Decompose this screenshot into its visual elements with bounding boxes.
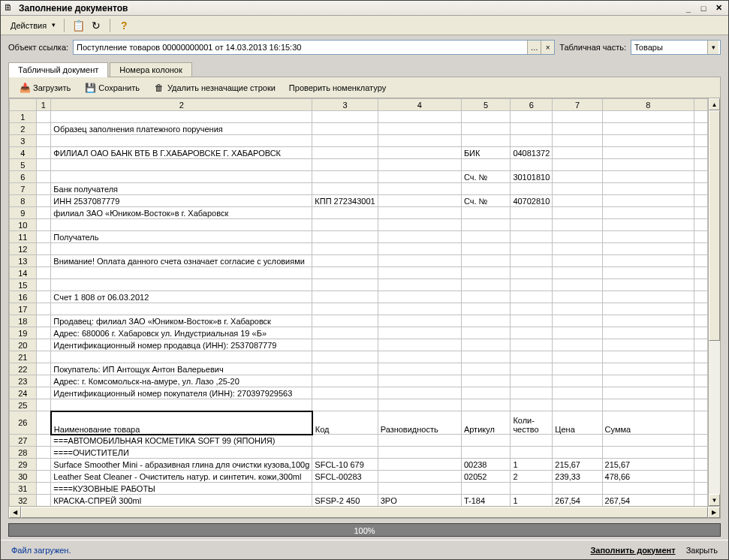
cell[interactable] bbox=[461, 351, 510, 363]
col-header[interactable] bbox=[694, 99, 708, 111]
cell[interactable] bbox=[378, 171, 461, 183]
cell[interactable]: 00238 bbox=[461, 459, 510, 471]
row-header[interactable]: 18 bbox=[10, 315, 37, 327]
cell[interactable] bbox=[36, 459, 51, 471]
cell[interactable] bbox=[602, 255, 694, 267]
cell[interactable] bbox=[694, 255, 708, 267]
cell[interactable] bbox=[511, 135, 553, 147]
cell[interactable] bbox=[36, 339, 51, 351]
cell[interactable] bbox=[312, 111, 378, 123]
cell[interactable]: SFCL-00283 bbox=[312, 471, 378, 483]
cell[interactable] bbox=[511, 351, 553, 363]
cell[interactable] bbox=[694, 447, 708, 459]
col-header[interactable]: 1 bbox=[36, 99, 51, 111]
cell[interactable]: Идентификационный номер покупателя (ИНН)… bbox=[51, 387, 312, 399]
cell[interactable] bbox=[553, 339, 602, 351]
cell[interactable]: 3PO bbox=[378, 495, 461, 507]
cell[interactable] bbox=[602, 363, 694, 375]
cell[interactable] bbox=[312, 339, 378, 351]
cell[interactable] bbox=[51, 171, 312, 183]
actions-dropdown[interactable]: Действия bbox=[5, 19, 58, 32]
cell[interactable] bbox=[378, 279, 461, 291]
cell[interactable] bbox=[511, 315, 553, 327]
cell[interactable] bbox=[36, 387, 51, 399]
cell[interactable] bbox=[312, 291, 378, 303]
zoom-bar[interactable]: 100% bbox=[8, 523, 721, 537]
cell[interactable] bbox=[511, 111, 553, 123]
cell[interactable] bbox=[553, 207, 602, 219]
row-header[interactable]: 15 bbox=[10, 279, 37, 291]
cell[interactable] bbox=[36, 279, 51, 291]
copy-icon[interactable]: 📋 bbox=[71, 18, 86, 33]
cell[interactable] bbox=[694, 243, 708, 255]
cell[interactable] bbox=[553, 435, 602, 447]
cell[interactable] bbox=[312, 351, 378, 363]
cell[interactable]: 267,54 bbox=[553, 495, 602, 507]
cell[interactable]: ====ОЧИСТИТЕЛИ bbox=[51, 447, 312, 459]
col-header[interactable]: 4 bbox=[378, 99, 461, 111]
scroll-left-icon[interactable]: ◀ bbox=[9, 507, 21, 518]
row-header[interactable]: 4 bbox=[10, 147, 37, 159]
cell[interactable] bbox=[36, 147, 51, 159]
cell[interactable] bbox=[312, 303, 378, 315]
cell[interactable] bbox=[511, 243, 553, 255]
scroll-track[interactable] bbox=[21, 507, 708, 518]
cell[interactable] bbox=[36, 243, 51, 255]
cell[interactable] bbox=[36, 351, 51, 363]
row-header[interactable]: 5 bbox=[10, 159, 37, 171]
cell[interactable] bbox=[312, 171, 378, 183]
cell[interactable] bbox=[694, 267, 708, 279]
load-button[interactable]: 📥Загрузить bbox=[15, 80, 74, 96]
cell[interactable] bbox=[36, 399, 51, 411]
cell[interactable]: Получатель bbox=[51, 231, 312, 243]
cell[interactable] bbox=[51, 279, 312, 291]
cell[interactable] bbox=[694, 279, 708, 291]
cell[interactable] bbox=[694, 363, 708, 375]
cell[interactable] bbox=[312, 147, 378, 159]
col-header[interactable]: 5 bbox=[461, 99, 510, 111]
cell[interactable] bbox=[694, 387, 708, 399]
cell[interactable] bbox=[312, 327, 378, 339]
cell[interactable] bbox=[36, 255, 51, 267]
cell[interactable]: БИК bbox=[461, 147, 510, 159]
cell[interactable]: Разновидность bbox=[378, 411, 461, 435]
cell[interactable] bbox=[694, 459, 708, 471]
row-header[interactable]: 24 bbox=[10, 387, 37, 399]
cell[interactable] bbox=[602, 435, 694, 447]
cell[interactable] bbox=[378, 459, 461, 471]
cell[interactable]: Покупатель: ИП Антощук Антон Валерьевич bbox=[51, 363, 312, 375]
corner-cell[interactable] bbox=[10, 99, 37, 111]
cell[interactable] bbox=[694, 123, 708, 135]
maximize-button[interactable]: □ bbox=[697, 2, 710, 14]
cell[interactable] bbox=[694, 207, 708, 219]
cell[interactable] bbox=[36, 123, 51, 135]
cell[interactable]: Идентификационный номер продавца (ИНН): … bbox=[51, 339, 312, 351]
cell[interactable]: Артикул bbox=[461, 411, 510, 435]
cell[interactable] bbox=[378, 471, 461, 483]
cell[interactable] bbox=[694, 303, 708, 315]
scroll-track[interactable] bbox=[709, 110, 720, 494]
row-header[interactable]: 27 bbox=[10, 435, 37, 447]
cell[interactable] bbox=[553, 147, 602, 159]
cell[interactable] bbox=[511, 483, 553, 495]
cell[interactable] bbox=[602, 231, 694, 243]
cell[interactable] bbox=[694, 483, 708, 495]
cell[interactable] bbox=[553, 363, 602, 375]
cell[interactable]: T-184 bbox=[461, 495, 510, 507]
cell[interactable] bbox=[461, 327, 510, 339]
cell[interactable] bbox=[312, 135, 378, 147]
cell[interactable] bbox=[694, 171, 708, 183]
cell[interactable] bbox=[694, 195, 708, 207]
cell[interactable] bbox=[553, 135, 602, 147]
cell[interactable] bbox=[461, 375, 510, 387]
cell[interactable] bbox=[36, 315, 51, 327]
cell[interactable] bbox=[461, 135, 510, 147]
cell[interactable] bbox=[511, 279, 553, 291]
row-header[interactable]: 6 bbox=[10, 171, 37, 183]
cell[interactable]: Банк получателя bbox=[51, 183, 312, 195]
row-header[interactable]: 16 bbox=[10, 291, 37, 303]
cell[interactable] bbox=[602, 339, 694, 351]
cell[interactable] bbox=[36, 303, 51, 315]
cell[interactable] bbox=[312, 219, 378, 231]
cell[interactable] bbox=[602, 243, 694, 255]
